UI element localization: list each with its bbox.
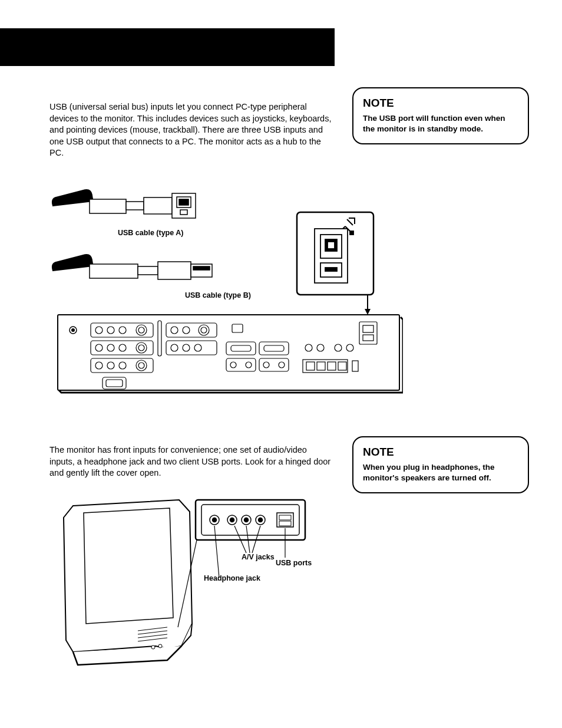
svg-point-43: [183, 327, 190, 334]
note-body: The USB port will function even when the…: [363, 113, 518, 134]
svg-point-35: [95, 362, 103, 369]
svg-rect-56: [264, 345, 284, 351]
svg-point-42: [171, 327, 178, 334]
svg-point-21: [72, 329, 74, 331]
intro-paragraph-2: The monitor has front inputs for conveni…: [49, 444, 332, 479]
svg-rect-0: [126, 202, 144, 210]
svg-point-64: [317, 344, 324, 351]
svg-rect-72: [352, 361, 358, 371]
svg-point-85: [213, 518, 216, 522]
headphone-jack-label: Headphone jack: [204, 574, 260, 582]
svg-point-23: [95, 327, 103, 334]
svg-rect-5: [180, 210, 187, 215]
svg-point-47: [171, 344, 178, 351]
svg-rect-7: [158, 262, 191, 279]
svg-point-89: [244, 518, 248, 522]
svg-point-48: [183, 344, 190, 351]
svg-point-31: [119, 344, 126, 351]
svg-rect-1: [144, 197, 172, 214]
svg-point-91: [259, 518, 262, 522]
header-black-bar: [0, 28, 335, 66]
svg-rect-71: [338, 362, 346, 370]
usb-cable-a-label: USB cable (type A): [118, 229, 183, 237]
svg-point-36: [107, 362, 114, 369]
svg-rect-40: [158, 321, 161, 356]
svg-point-33: [138, 345, 144, 351]
diagram-front-inputs: [49, 494, 320, 677]
svg-point-66: [346, 344, 353, 351]
intro-paragraph-1: USB (universal serial bus) inputs let yo…: [49, 101, 332, 159]
note-body: When you plug in headphones, the monitor…: [363, 462, 518, 483]
note-box-headphones: NOTE When you plug in headphones, the mo…: [352, 436, 529, 493]
svg-point-29: [95, 344, 103, 351]
svg-point-24: [107, 327, 114, 334]
usb-ports-label: USB ports: [276, 559, 312, 567]
svg-rect-69: [317, 362, 325, 370]
svg-rect-9: [193, 266, 210, 270]
svg-point-49: [194, 344, 201, 351]
svg-rect-54: [231, 345, 251, 351]
svg-point-81: [158, 644, 162, 648]
svg-point-30: [107, 344, 114, 351]
svg-rect-16: [328, 242, 335, 249]
svg-point-59: [246, 362, 252, 368]
note-title: NOTE: [363, 97, 518, 110]
svg-point-37: [119, 362, 126, 369]
svg-point-39: [138, 363, 144, 368]
svg-point-45: [201, 327, 207, 333]
svg-point-58: [230, 362, 236, 368]
note-box-usb: NOTE The USB port will function even whe…: [352, 87, 529, 144]
svg-point-62: [279, 362, 285, 368]
svg-point-65: [335, 344, 342, 351]
svg-rect-12: [350, 231, 353, 235]
svg-rect-51: [106, 380, 123, 387]
svg-rect-93: [279, 515, 291, 520]
svg-point-27: [138, 327, 144, 333]
svg-rect-4: [179, 199, 189, 205]
svg-rect-18: [325, 268, 337, 271]
svg-rect-70: [328, 362, 336, 370]
svg-point-87: [230, 518, 234, 522]
svg-rect-68: [306, 362, 315, 370]
svg-rect-74: [363, 325, 373, 332]
svg-rect-94: [279, 521, 291, 526]
svg-point-61: [263, 362, 269, 368]
note-title: NOTE: [363, 446, 518, 459]
svg-rect-52: [232, 324, 243, 332]
svg-point-63: [305, 344, 312, 351]
svg-rect-75: [363, 335, 373, 341]
svg-point-25: [119, 327, 126, 334]
svg-point-80: [151, 645, 155, 649]
av-jacks-label: A/V jacks: [242, 553, 275, 561]
svg-rect-6: [138, 266, 158, 275]
usb-cable-b-label: USB cable (type B): [185, 291, 251, 299]
